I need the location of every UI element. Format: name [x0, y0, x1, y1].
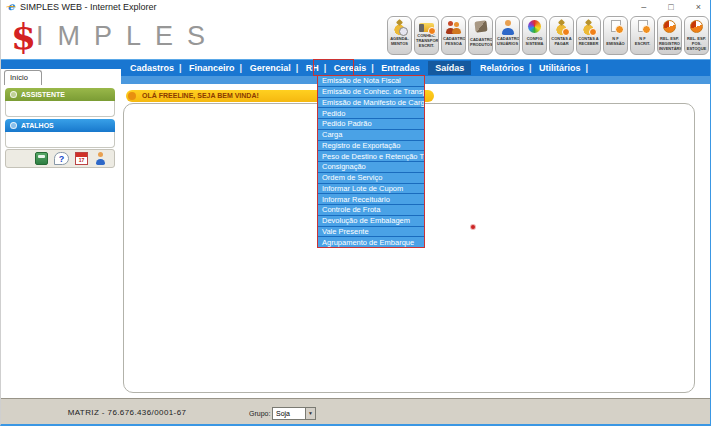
menu-separator: |: [240, 63, 243, 73]
menu-item-cadastros[interactable]: Cadastros: [128, 61, 176, 75]
dropdown-item-emissao-de-nota-fiscal[interactable]: Emissão de Nota Fiscal: [318, 76, 424, 87]
toolbar-button-contas-a-receber[interactable]: CONTAS A RECEBER: [576, 16, 601, 55]
menu-item-utilitarios[interactable]: Utilitários: [537, 61, 583, 75]
dropdown-item-informar-lote-de-cupom[interactable]: Informar Lote de Cupom: [318, 184, 424, 195]
dropdown-item-emissao-de-conhec-de-transp[interactable]: Emissão de Conhec. de Transp.: [318, 87, 424, 98]
window-title: SIMPLES WEB - Internet Explorer: [20, 2, 157, 12]
app-logo: $IMPLES: [11, 15, 219, 57]
dropdown-item-devolucao-de-embalagem[interactable]: Devolução de Embalagem: [318, 216, 424, 227]
toolbar-button-label: CADASTRO PRODUTOS: [469, 37, 492, 47]
dropdown-item-informar-receituario[interactable]: Informar Receituário: [318, 194, 424, 205]
atalhos-panel-title: ATALHOS: [21, 119, 54, 132]
grupo-select-value: Soja: [276, 410, 290, 417]
close-button[interactable]: ×: [693, 2, 704, 12]
toolbar-button-label: CONTAS A PAGAR: [550, 36, 573, 46]
internet-explorer-icon: e: [6, 2, 16, 12]
menu-item-gerencial[interactable]: Gerencial: [248, 61, 293, 75]
tab-inicio[interactable]: Início: [4, 70, 42, 85]
toolbar-button-agendamentos[interactable]: AGENDA- MENTOS: [387, 16, 412, 55]
menu-item-cereais[interactable]: Cereais: [332, 61, 369, 75]
document-icon: [611, 20, 621, 32]
dropdown-item-emissao-de-manifesto-de-carga[interactable]: Emissão de Manifesto de Carga: [318, 98, 424, 109]
atalhos-panel: ATALHOS: [5, 119, 115, 148]
document-icon: [638, 20, 648, 32]
toolbar-button-label: CADASTRO PESSOA: [442, 36, 465, 46]
toolbar-button-label: CONHEC. TRANSPORTE ESCRIT.: [415, 33, 438, 48]
menu-separator: |: [179, 63, 182, 73]
dropdown-item-ordem-de-servico[interactable]: Ordem de Serviço: [318, 173, 424, 184]
toolbar-button-label: CONFIG SISTEMA: [523, 36, 546, 46]
dropdown-item-pedido-padrao[interactable]: Pedido Padrão: [318, 119, 424, 130]
dropdown-item-agrupamento-de-embarque[interactable]: Agrupamento de Embarque: [318, 237, 424, 247]
dropdown-item-carga[interactable]: Carga: [318, 130, 424, 141]
dropdown-item-registro-de-exportacao[interactable]: Registro de Exportação: [318, 141, 424, 152]
atalhos-panel-header[interactable]: ATALHOS: [5, 119, 115, 132]
moneybag-icon: [554, 20, 569, 35]
toolbar-button-rel-esp-pos-estoque[interactable]: REL. ESP. POS. ESTOQUE: [684, 16, 709, 55]
assistente-panel-body: [5, 101, 115, 117]
truck-icon: [419, 23, 434, 32]
toolbar-button-contas-a-pagar[interactable]: CONTAS A PAGAR: [549, 16, 574, 55]
moneybag-clock-icon: [392, 20, 407, 35]
menu-separator: |: [371, 63, 374, 73]
atalhos-panel-body: [5, 132, 115, 148]
calendar-day: 17: [76, 156, 87, 164]
company-identifier: MATRIZ - 76.676.436/0001-67: [1, 408, 253, 417]
dropdown-item-pedido[interactable]: Pedido: [318, 108, 424, 119]
toolbar-button-nf-emissao[interactable]: N F EMISSÃO: [603, 16, 628, 55]
grupo-select[interactable]: Soja ▼: [272, 407, 316, 420]
menu-separator: |: [296, 63, 299, 73]
menu-item-saidas[interactable]: Saídas: [428, 61, 471, 75]
menu-item-relatorios[interactable]: Relatórios: [478, 61, 526, 75]
calendar-icon[interactable]: 17: [75, 152, 88, 165]
calculator-icon[interactable]: [35, 152, 48, 165]
sidebar-tools: ? 17: [5, 149, 115, 168]
toolbar-button-label: CONTAS A RECEBER: [577, 36, 600, 46]
toolbar-button-label: REL. ESP. POS. ESTOQUE: [685, 36, 708, 51]
toolbar-button-label: CADASTRO USUÁRIOS: [496, 36, 519, 46]
dropdown-item-consignacao[interactable]: Consignação: [318, 162, 424, 173]
minimize-button[interactable]: –: [638, 2, 649, 12]
assistente-panel-title: ASSISTENTE: [21, 88, 65, 101]
title-bar: e SIMPLES WEB - Internet Explorer – □ ×: [1, 0, 711, 14]
chevron-down-icon[interactable]: ▼: [305, 408, 315, 419]
pie-chart-icon: [663, 20, 676, 33]
help-icon[interactable]: ?: [54, 152, 69, 165]
assistente-panel: ASSISTENTE: [5, 88, 115, 117]
pie-chart-icon: [690, 20, 703, 33]
logo-dollar-symbol: $: [11, 15, 36, 57]
color-palette-icon: [528, 20, 541, 33]
menu-item-financeiro[interactable]: Financeiro: [187, 61, 237, 75]
box-icon: [474, 20, 487, 32]
menu-separator: |: [529, 63, 532, 73]
assistente-icon: [10, 91, 17, 98]
browser-window: e SIMPLES WEB - Internet Explorer – □ × …: [0, 0, 711, 426]
toolbar-button-cadastro-usuarios[interactable]: CADASTRO USUÁRIOS: [495, 16, 520, 55]
saidas-dropdown-menu: Emissão de Nota Fiscal Emissão de Conhec…: [317, 75, 425, 248]
quick-toolbar: AGENDA- MENTOS CONHEC. TRANSPORTE ESCRIT…: [387, 16, 709, 55]
toolbar-button-label: N F ESCRIT.: [631, 36, 654, 46]
assistente-panel-header[interactable]: ASSISTENTE: [5, 88, 115, 101]
menu-separator: |: [324, 63, 327, 73]
dropdown-item-controle-de-frota[interactable]: Controle de Frota: [318, 205, 424, 216]
toolbar-button-config-sistema[interactable]: CONFIG SISTEMA: [522, 16, 547, 55]
toolbar-button-conhec-transporte-escrit[interactable]: CONHEC. TRANSPORTE ESCRIT.: [414, 16, 439, 55]
toolbar-button-cadastro-produtos[interactable]: CADASTRO PRODUTOS: [468, 16, 493, 55]
group-label: Grupo:: [249, 410, 270, 417]
logo-text: IMPLES: [36, 21, 219, 51]
dropdown-item-peso-de-destino-e-retencao-tecnica[interactable]: Peso de Destino e Retenção Técnica: [318, 151, 424, 162]
toolbar-button-rel-esp-registro-inventario[interactable]: REL. ESP. REGISTRO INVENTÁRIO: [657, 16, 682, 55]
toolbar-button-label: AGENDA- MENTOS: [388, 36, 411, 46]
status-bar: MATRIZ - 76.676.436/0001-67 Grupo: Soja …: [1, 398, 711, 426]
maximize-button[interactable]: □: [665, 2, 676, 12]
toolbar-button-nf-escrit[interactable]: N F ESCRIT.: [630, 16, 655, 55]
atalhos-icon: [10, 122, 17, 129]
people-icon: [446, 20, 461, 35]
user-icon: [500, 20, 515, 35]
toolbar-button-label: REL. ESP. REGISTRO INVENTÁRIO: [658, 36, 681, 51]
menu-item-rh[interactable]: RH: [304, 61, 321, 75]
user-icon[interactable]: [94, 152, 107, 165]
menu-item-entradas[interactable]: Entradas: [379, 61, 422, 75]
dropdown-item-vale-presente[interactable]: Vale Presente: [318, 227, 424, 238]
toolbar-button-cadastro-pessoa[interactable]: CADASTRO PESSOA: [441, 16, 466, 55]
